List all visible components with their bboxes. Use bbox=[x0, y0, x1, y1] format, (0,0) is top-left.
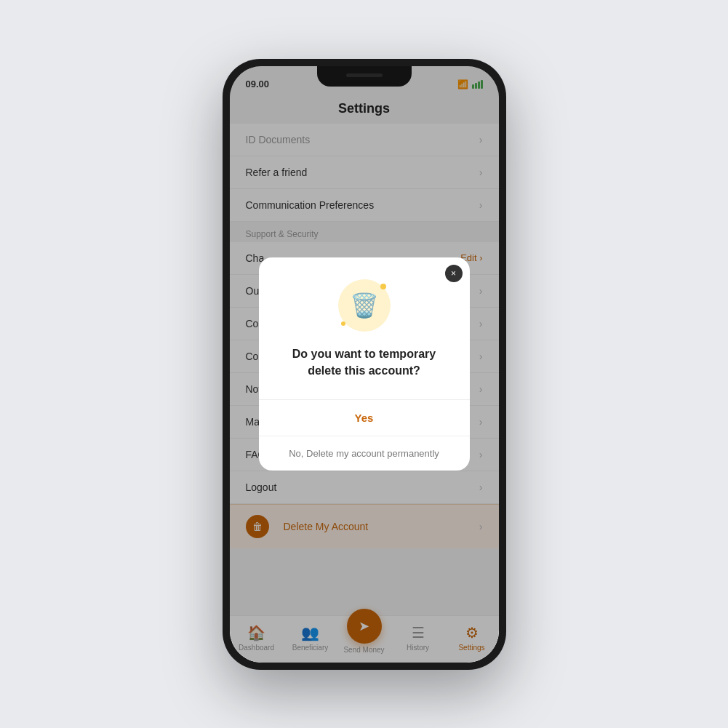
dialog-question: Do you want to temporary delete this acc… bbox=[276, 346, 452, 379]
trash-icon: 🗑️ bbox=[350, 292, 379, 319]
phone-device: 09.00 📶 Settings ID Do bbox=[223, 59, 506, 670]
dialog-body: 🗑️ Do you want to temporary delete this … bbox=[259, 257, 470, 399]
delete-dialog: × 🗑️ Do you want to temporary delete thi… bbox=[259, 257, 470, 471]
trash-icon-wrapper: 🗑️ bbox=[338, 279, 391, 332]
dialog-actions: Yes No, Delete my account permanently bbox=[259, 399, 470, 471]
page-wrapper: 09.00 📶 Settings ID Do bbox=[0, 0, 728, 728]
yes-button[interactable]: Yes bbox=[259, 399, 470, 436]
dialog-overlay: × 🗑️ Do you want to temporary delete thi… bbox=[230, 66, 499, 663]
dialog-close-button[interactable]: × bbox=[445, 265, 463, 282]
no-button[interactable]: No, Delete my account permanently bbox=[259, 436, 470, 471]
phone-screen: 09.00 📶 Settings ID Do bbox=[230, 66, 499, 663]
